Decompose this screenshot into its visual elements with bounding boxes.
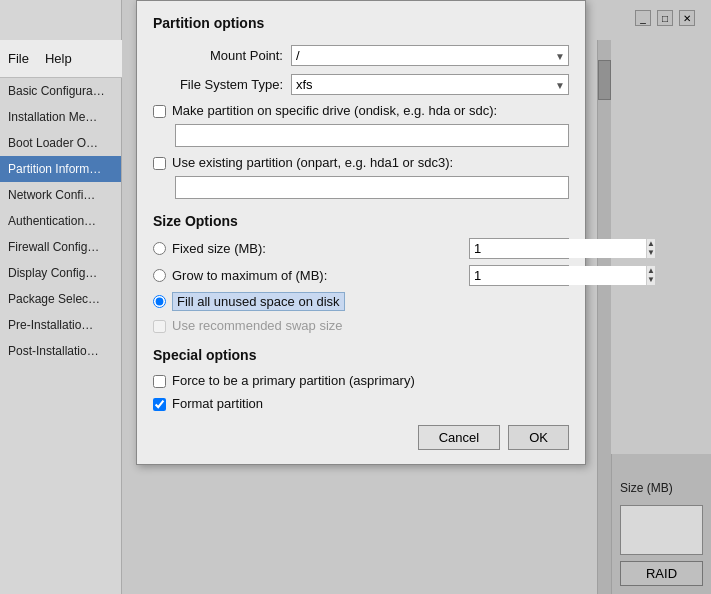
sidebar-item-pre-install[interactable]: Pre-Installatio… (0, 312, 121, 338)
minimize-button[interactable]: _ (635, 10, 651, 26)
sidebar-item-display-config[interactable]: Display Config… (0, 260, 121, 286)
sidebar-item-post-install[interactable]: Post-Installatio… (0, 338, 121, 364)
ok-button[interactable]: OK (508, 425, 569, 450)
dialog-title: Partition options (137, 1, 585, 41)
use-existing-checkbox[interactable] (153, 157, 166, 170)
fixed-size-down-arrow[interactable]: ▼ (647, 249, 655, 259)
content-area: Partition options Mount Point: / ▼ File … (122, 0, 711, 594)
sidebar-item-network-config[interactable]: Network Confi… (0, 182, 121, 208)
mount-point-label: Mount Point: (153, 48, 283, 63)
force-primary-label: Force to be a primary partition (asprima… (172, 373, 415, 388)
sidebar-item-boot-loader[interactable]: Boot Loader O… (0, 130, 121, 156)
grow-max-up-arrow[interactable]: ▲ (647, 266, 655, 276)
grow-max-arrows: ▲ ▼ (646, 266, 655, 285)
sidebar: File Help Basic Configura… Installation … (0, 0, 122, 594)
use-swap-checkbox[interactable] (153, 320, 166, 333)
filesystem-row: File System Type: xfs ▼ (137, 70, 585, 99)
help-menu[interactable]: Help (45, 51, 72, 66)
file-menu[interactable]: File (8, 51, 29, 66)
filesystem-select[interactable]: xfs (291, 74, 569, 95)
fixed-size-label: Fixed size (MB): (172, 241, 463, 256)
grow-max-row: Grow to maximum of (MB): ▲ ▼ (137, 262, 585, 289)
sidebar-item-installation-method[interactable]: Installation Me… (0, 104, 121, 130)
make-partition-checkbox[interactable] (153, 105, 166, 118)
mount-point-select-wrap: / ▼ (291, 45, 569, 66)
special-options-header: Special options (137, 337, 585, 369)
fixed-size-spinbox: ▲ ▼ (469, 238, 569, 259)
dialog-buttons: Cancel OK (137, 415, 585, 454)
grow-max-down-arrow[interactable]: ▼ (647, 276, 655, 286)
format-partition-label: Format partition (172, 396, 263, 411)
sidebar-item-partition-info[interactable]: Partition Inform… (0, 156, 121, 182)
sidebar-item-basic-config[interactable]: Basic Configura… (0, 78, 121, 104)
use-existing-input-row (137, 174, 585, 203)
filesystem-label: File System Type: (153, 77, 283, 92)
use-existing-row: Use existing partition (onpart, e.g. hda… (137, 151, 585, 174)
fixed-size-input[interactable] (470, 239, 646, 258)
fill-all-row: Fill all unused space on disk (137, 289, 585, 314)
force-primary-row: Force to be a primary partition (asprima… (137, 369, 585, 392)
grow-max-radio[interactable] (153, 269, 166, 282)
format-partition-checkbox[interactable] (153, 398, 166, 411)
sidebar-item-authentication[interactable]: Authentication… (0, 208, 121, 234)
dialog-backdrop: Partition options Mount Point: / ▼ File … (122, 0, 711, 594)
make-partition-input[interactable] (175, 124, 569, 147)
top-menu: File Help (0, 40, 122, 78)
mount-point-row: Mount Point: / ▼ (137, 41, 585, 70)
size-options-header: Size Options (137, 203, 585, 235)
window-controls: _ □ ✕ (635, 10, 695, 26)
grow-max-label: Grow to maximum of (MB): (172, 268, 463, 283)
make-partition-input-row (137, 122, 585, 151)
use-existing-label: Use existing partition (onpart, e.g. hda… (172, 155, 453, 170)
make-partition-label: Make partition on specific drive (ondisk… (172, 103, 497, 118)
fixed-size-up-arrow[interactable]: ▲ (647, 239, 655, 249)
make-partition-row: Make partition on specific drive (ondisk… (137, 99, 585, 122)
maximize-button[interactable]: □ (657, 10, 673, 26)
app-window: _ □ ✕ File Help Basic Configura… Install… (0, 0, 711, 594)
use-swap-row: Use recommended swap size (137, 314, 585, 337)
fixed-size-arrows: ▲ ▼ (646, 239, 655, 258)
force-primary-checkbox[interactable] (153, 375, 166, 388)
fill-all-label: Fill all unused space on disk (172, 292, 345, 311)
format-partition-row: Format partition (137, 392, 585, 415)
filesystem-select-wrap: xfs ▼ (291, 74, 569, 95)
grow-max-spinbox: ▲ ▼ (469, 265, 569, 286)
mount-point-select[interactable]: / (291, 45, 569, 66)
sidebar-item-package-select[interactable]: Package Selec… (0, 286, 121, 312)
fixed-size-row: Fixed size (MB): ▲ ▼ (137, 235, 585, 262)
fill-all-radio[interactable] (153, 295, 166, 308)
close-button[interactable]: ✕ (679, 10, 695, 26)
cancel-button[interactable]: Cancel (418, 425, 500, 450)
sidebar-item-firewall[interactable]: Firewall Config… (0, 234, 121, 260)
grow-max-input[interactable] (470, 266, 646, 285)
fixed-size-radio[interactable] (153, 242, 166, 255)
use-existing-input[interactable] (175, 176, 569, 199)
use-swap-label: Use recommended swap size (172, 318, 343, 333)
partition-options-dialog: Partition options Mount Point: / ▼ File … (136, 0, 586, 465)
